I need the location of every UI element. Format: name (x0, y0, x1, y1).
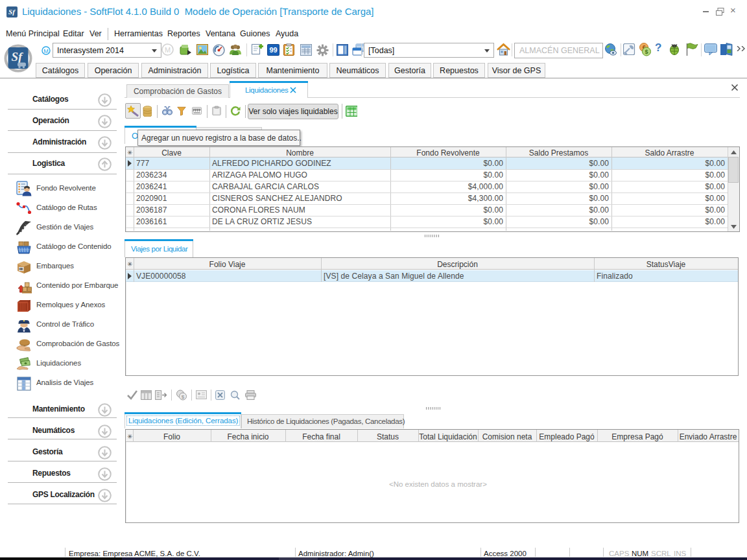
svg-text:M: M (43, 48, 49, 54)
svg-text:99: 99 (269, 46, 277, 54)
svg-text:M: M (165, 46, 171, 54)
svg-text:$: $ (182, 394, 185, 400)
svg-text:Sf: Sf (8, 8, 16, 16)
svg-text:Sf: Sf (12, 50, 24, 64)
svg-text:$: $ (645, 49, 648, 55)
